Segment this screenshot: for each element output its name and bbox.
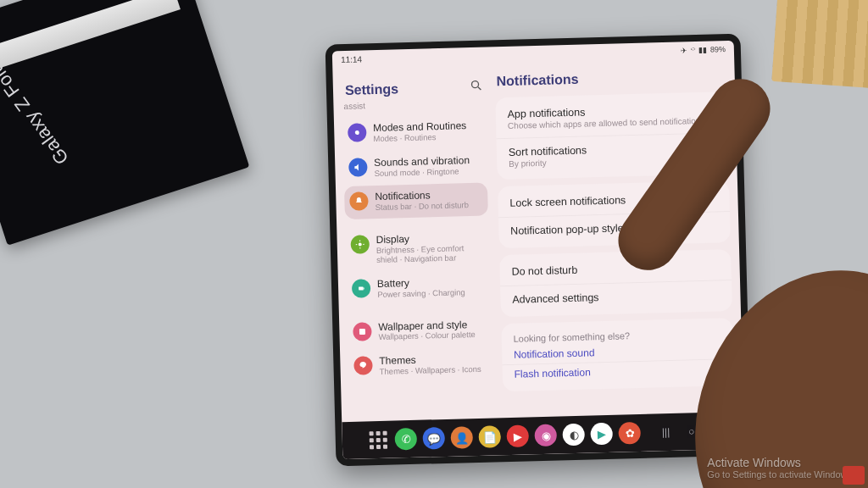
sidebar-item-wallpaper[interactable]: Wallpaper and style Wallpapers · Colour … [348, 313, 492, 349]
dock-camera-icon[interactable]: ◉ [535, 424, 558, 447]
link-flash-notification[interactable]: Flash notification [502, 358, 734, 388]
sound-icon [348, 158, 368, 177]
screen: 11:14 ✈ ⌔ ▮▮ 89% Settings assist [332, 41, 744, 459]
battery-text: 89% [710, 45, 726, 53]
vibrate-icon: ✈ [681, 46, 687, 54]
windows-activation-watermark: Activate Windows Go to Settings to activ… [707, 456, 854, 480]
row-title: Notification pop-up style [510, 219, 718, 236]
nav-buttons: ||| ○ < [662, 424, 720, 438]
dock-phone-icon[interactable]: ✆ [395, 428, 418, 451]
dock-notes-icon[interactable]: 📄 [479, 425, 502, 448]
card-app-notifications: App notifications Choose which apps are … [495, 92, 729, 180]
nav-recent-icon[interactable]: ||| [662, 426, 670, 438]
watermark-title: Activate Windows [707, 456, 800, 469]
sidebar-item-themes[interactable]: Themes Themes · Wallpapers · Icons [348, 347, 492, 384]
card-dnd: Do not disturb Advanced settings [499, 249, 732, 317]
dock-youtube-icon[interactable]: ▶ [507, 424, 530, 447]
dock-chat-icon[interactable]: 💬 [423, 427, 446, 450]
row-popup-style[interactable]: Notification pop-up style [498, 211, 731, 245]
routines-icon [348, 123, 367, 142]
settings-list: Modes and Routines Modes · Routines Soun… [342, 114, 492, 384]
search-hint[interactable]: assist [343, 98, 483, 111]
sidebar-item-display[interactable]: Display Brightness · Eye comfort shield … [345, 226, 489, 272]
card-looking-for: Looking for something else? Notification… [501, 318, 734, 391]
dock-chrome-icon[interactable]: ◐ [563, 424, 586, 446]
settings-master-pane: Settings assist Modes and Routines Modes… [332, 64, 498, 422]
battery-icon [352, 279, 371, 298]
item-sub: Power saving · Charging [377, 288, 465, 300]
product-box-prop: Galaxy Z Fold6 [0, 0, 249, 246]
link-text: Flash notification [515, 363, 722, 380]
nav-home-icon[interactable]: ○ [688, 425, 695, 437]
item-sub: Status bar · Do not disturb [376, 201, 470, 213]
apps-drawer-icon[interactable] [367, 429, 390, 452]
sidebar-item-notifications[interactable]: Notifications Status bar · Do not distur… [344, 183, 488, 219]
bell-icon [349, 192, 369, 212]
notifications-detail-pane: Notifications App notifications Choose w… [489, 58, 743, 418]
link-text: Notification sound [514, 343, 721, 360]
dock-play-icon[interactable]: ▶ [591, 423, 614, 446]
wood-block-prop [771, 0, 868, 88]
search-icon[interactable] [470, 79, 483, 92]
signal-icon: ▮▮ [698, 46, 707, 54]
tablet-device: 11:14 ✈ ⌔ ▮▮ 89% Settings assist [326, 34, 752, 467]
card-lockscreen: Lock screen notifications Notification p… [498, 180, 731, 248]
detail-title: Notifications [496, 68, 725, 89]
row-title: Advanced settings [512, 288, 720, 305]
item-sub: Themes · Wallpapers · Icons [380, 365, 481, 377]
item-sub: Modes · Routines [373, 132, 466, 144]
display-icon [350, 235, 370, 254]
status-right-cluster: ✈ ⌔ ▮▮ 89% [681, 45, 726, 54]
row-title: Do not disturb [511, 260, 719, 277]
item-sub: Wallpapers · Colour palette [379, 330, 476, 342]
svg-rect-6 [359, 328, 365, 334]
dock-contacts-icon[interactable]: 👤 [451, 426, 474, 449]
item-sub: Sound mode · Ringtone [374, 167, 470, 179]
svg-rect-4 [359, 286, 364, 290]
row-title: Lock screen notifications [509, 191, 717, 208]
settings-title: Settings [345, 81, 399, 98]
row-advanced-settings[interactable]: Advanced settings [500, 280, 732, 313]
sidebar-item-battery[interactable]: Battery Power saving · Charging [347, 269, 491, 306]
row-sort-notifications[interactable]: Sort notifications By priority [496, 132, 728, 176]
watermark-sub: Go to Settings to activate Windows. [707, 469, 854, 480]
svg-point-3 [359, 243, 362, 247]
dock-gallery-icon[interactable]: ✿ [619, 422, 642, 445]
item-sub: Brightness · Eye comfort shield · Naviga… [376, 244, 484, 265]
svg-point-0 [471, 80, 478, 87]
status-time: 11:14 [341, 54, 362, 64]
sidebar-item-modes[interactable]: Modes and Routines Modes · Routines [342, 114, 487, 151]
svg-rect-5 [364, 287, 364, 289]
sidebar-item-sounds[interactable]: Sounds and vibration Sound mode · Ringto… [343, 148, 487, 185]
corner-badge [843, 466, 865, 485]
svg-line-1 [478, 87, 481, 90]
themes-icon [353, 356, 373, 375]
row-app-notifications[interactable]: App notifications Choose which apps are … [495, 95, 727, 138]
svg-point-2 [355, 130, 359, 135]
wallpaper-icon [353, 322, 372, 341]
nav-back-icon[interactable]: < [713, 424, 719, 436]
wifi-icon: ⌔ [691, 46, 695, 54]
product-box-label: Galaxy Z Fold6 [0, 48, 74, 169]
